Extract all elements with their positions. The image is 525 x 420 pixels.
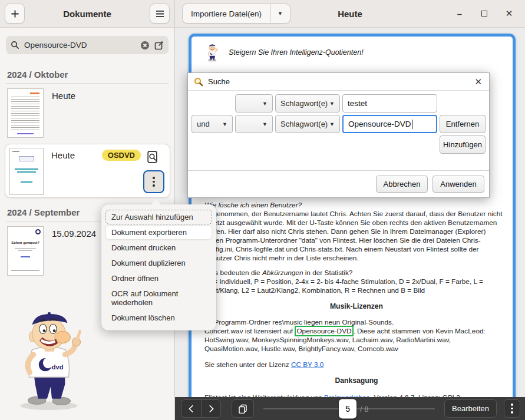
apply-button[interactable]: Anwenden [432,176,484,193]
document-header: Steigern Sie Ihren Intelligenz-Quotiente… [191,37,513,62]
modifier-dropdown-2[interactable]: ▼ [235,115,273,133]
doc-paragraph: HotSwing.wav, MonkeysSpinningMonkeys.wav… [204,336,509,345]
find-in-document-icon [147,151,158,163]
document-viewer: Steigern Sie Ihren Intelligenz-Quotiente… [175,28,525,420]
window-controls: – ✕ [454,8,518,19]
doc-paragraph: Angenommen, der Benutzername lautet Chri… [204,210,509,263]
page-slider: 5 / 8 [263,397,435,420]
menu-item-add-to-selection[interactable]: Zur Auswahl hinzufügen [105,210,212,224]
search-dialog-titlebar: Suche ✕ [188,73,489,91]
clear-search-icon[interactable] [140,41,150,50]
context-menu-tail [151,199,161,205]
menu-item-export-document[interactable]: Dokument exportieren [105,225,212,240]
search-input-value: Opensource-DVD [24,41,136,49]
remove-row-button[interactable]: Entfernen [440,115,486,133]
window-maximize-button[interactable] [479,8,490,19]
edit-button[interactable]: Bearbeiten [444,399,497,418]
chevron-right-icon [207,405,215,413]
row-action-empty [440,94,486,113]
kebab-menu-icon [153,176,155,188]
document-context-menu: Zur Auswahl hinzufügen Dokument exportie… [101,204,216,330]
document-label: Heute [51,150,75,160]
next-page-button[interactable] [201,399,221,418]
document-label: Heute [52,91,75,101]
cancel-button[interactable]: Abbrechen [376,176,428,193]
previous-page-button[interactable] [181,399,201,418]
search-input[interactable]: Opensource-DVD [6,36,169,54]
mascot-thumbnail-image [204,44,220,62]
document-tagline: Steigern Sie Ihren Intelligenz-Quotiente… [229,48,364,57]
viewer-toolbar: 5 / 8 Bearbeiten [175,397,525,420]
sidebar-header: Dokumente [0,0,174,28]
section-header-october: 2024 / Oktober [7,70,167,80]
menu-item-repeat-ocr[interactable]: OCR auf Dokument wiederholen [105,286,212,310]
status-badge: OSDVD [102,150,141,161]
add-row-button[interactable]: Hinzufügen [440,135,486,154]
sidebar-title: Dokumente [25,9,150,19]
import-files-button[interactable]: Importiere Datei(en) [183,4,270,23]
text-caret [412,120,412,129]
main-menu-button[interactable] [150,4,170,24]
document-kebab-menu-button[interactable] [143,170,164,193]
window-close-button[interactable]: ✕ [504,8,514,19]
field-dropdown-2[interactable]: Schlagwort(e)▼ [275,115,340,133]
main-area: Heute Importiere Datei(en) ▼ – ✕ Steiger… [175,0,525,420]
new-document-button[interactable] [5,4,25,24]
chevron-down-icon: ▼ [262,121,268,127]
operator-dropdown-2[interactable]: und▼ [191,115,233,133]
search-dialog: Suche ✕ ▼ Schlagwort(e)▼ testet und▼ ▼ S… [187,72,490,198]
document-thumbnail [7,88,44,138]
maximize-icon [481,11,487,16]
document-label: 15.09.2024 [52,229,96,239]
import-files-dropdown-button[interactable]: ▼ [270,4,290,23]
search-term-input-2[interactable]: Opensource-DVD [342,115,437,133]
document-item-2-selected[interactable]: Heute OSDVD [5,144,170,198]
minimize-icon: – [457,9,462,19]
viewer-menu-button[interactable] [504,399,520,418]
menu-item-duplicate-document[interactable]: Dokument duplizieren [105,256,212,270]
search-term-input-1[interactable]: testet [342,94,437,113]
doc-question-title: Wie lösche ich einen Benutzer? [204,201,509,210]
page-navigation [181,399,221,418]
document-item-1[interactable]: Heute [0,84,174,141]
menu-item-open-folder[interactable]: Ordner öffnen [105,271,212,286]
operator-cell-empty [191,94,233,113]
doc-section-title-music: Musik-Lizenzen [204,302,509,311]
search-dialog-title: Suche [208,77,468,86]
chevron-down-icon: ▼ [278,11,283,16]
menu-item-delete-document[interactable]: Dokument löschen [105,310,212,325]
search-dialog-footer: Abbrechen Anwenden [188,170,489,197]
dialog-search-icon [194,77,203,87]
search-hit-highlight: Opensource-DVD [295,326,353,336]
field-dropdown-1[interactable]: Schlagwort(e)▼ [275,94,340,113]
doc-paragraph: Sie stehen unter der Lizenz CC BY 3.0 [204,361,509,369]
document-body-text: (3.2 – 2.5 nicht 2,3 - Minuszahlen werde… [204,184,509,402]
import-files-split-button: Importiere Datei(en) ▼ [182,4,290,24]
mascot-image [6,312,95,412]
chevron-down-icon: ▼ [329,121,335,127]
edit-search-icon[interactable] [154,41,164,50]
hamburger-menu-icon [156,10,164,18]
close-icon: ✕ [506,8,513,19]
doc-question-title: Was bedeuten die Abkürzungen in der Stat… [204,269,509,277]
plus-icon [11,9,19,18]
page-slider-thumb[interactable]: 5 [339,399,356,418]
chevron-down-icon: ▼ [262,101,268,107]
chevron-down-icon: ▼ [329,101,335,107]
chevron-left-icon [187,405,196,413]
menu-item-print-document[interactable]: Dokument drucken [105,240,212,255]
search-dialog-rows: ▼ Schlagwort(e)▼ testet und▼ ▼ Schlagwor… [188,91,489,157]
doc-paragraph: Im Programm-Ordner res\music liegen neun… [204,318,509,327]
pages-overview-button[interactable] [232,399,254,418]
document-thumbnail [9,148,44,195]
search-icon [11,41,19,49]
window-minimize-button[interactable]: – [454,8,465,19]
chevron-down-icon: ▼ [222,121,227,127]
page-total-label: / 8 [360,404,368,413]
license-link[interactable]: CC BY 3.0 [291,361,324,369]
app-window: Dokumente Opensource-DVD 2024 / Oktober … [0,0,525,420]
pages-overview-icon [238,404,247,414]
dialog-close-icon[interactable]: ✕ [473,77,483,87]
modifier-dropdown-1[interactable]: ▼ [235,94,273,113]
document-thumbnail: Schon gewusst? [7,226,44,276]
